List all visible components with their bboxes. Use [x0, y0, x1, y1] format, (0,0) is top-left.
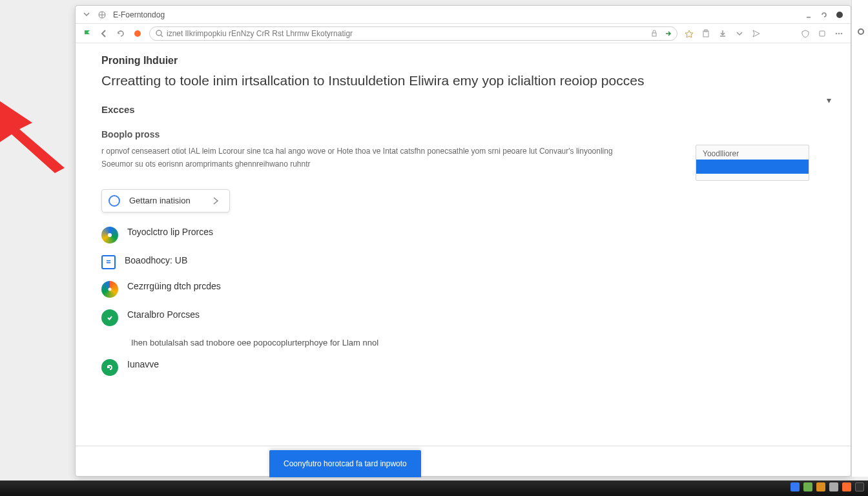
svg-point-3 — [836, 12, 843, 18]
step-label: Boaodhocy: UB — [125, 255, 187, 265]
extensions-icon[interactable] — [817, 28, 827, 39]
intro-paragraph: r opnvof censeasert otiot IAL leim Lcoro… — [101, 145, 631, 171]
content-divider — [76, 446, 851, 446]
step-label: Iunavve — [127, 359, 159, 369]
svg-point-12 — [838, 32, 840, 34]
back-icon[interactable] — [99, 28, 109, 39]
search-icon — [155, 29, 164, 38]
svg-rect-16 — [107, 262, 110, 264]
globe-icon — [98, 10, 107, 19]
section-heading: Excces — [101, 104, 825, 115]
shield-icon[interactable] — [800, 28, 811, 39]
svg-rect-2 — [807, 17, 811, 18]
tray-icon[interactable] — [829, 482, 838, 491]
svg-point-4 — [134, 30, 141, 37]
primary-action-label: Coonyfutro horotcad fa tard inpwoto — [284, 459, 407, 468]
target-icon — [101, 227, 118, 243]
step-item[interactable]: Cezrrgüing dtch prcdes — [101, 281, 825, 298]
tray-icon[interactable] — [816, 482, 825, 491]
page-title: Crreatting to toole inim irtsallcation t… — [101, 73, 825, 88]
right-panel — [851, 0, 868, 477]
chevron-down-icon[interactable] — [734, 28, 745, 39]
pill-label: Gettarn inatision — [129, 196, 191, 205]
browser-window: E-Foerntondog — [75, 5, 851, 477]
tray-icon[interactable] — [790, 482, 800, 491]
os-taskbar — [0, 480, 868, 496]
step-label: Cezrrgüing dtch prcdes — [127, 281, 221, 291]
download-icon[interactable] — [718, 28, 728, 39]
send-icon[interactable] — [751, 28, 761, 39]
step-item[interactable]: Iunavve — [101, 359, 825, 376]
breadcrumb: Proning Ihduier — [101, 55, 825, 67]
svg-point-11 — [836, 32, 838, 34]
step-label: Toyoclctro lip Prorces — [127, 227, 213, 237]
chevron-right-icon — [212, 197, 219, 205]
close-window-icon[interactable] — [835, 10, 844, 19]
svg-point-14 — [108, 233, 112, 237]
stop-icon[interactable] — [132, 28, 143, 39]
toolbar: iznet lIkrimpopkiu rEnNzy CrR Rst Lhrmw … — [76, 24, 851, 43]
svg-point-13 — [841, 32, 843, 34]
swirl-icon — [101, 281, 118, 298]
tab-bar: E-Foerntondog — [76, 6, 851, 24]
tray-icon[interactable] — [803, 482, 812, 491]
system-tray — [790, 482, 864, 491]
svg-rect-7 — [652, 33, 656, 36]
clipboard-icon[interactable] — [701, 28, 711, 39]
svg-line-6 — [161, 35, 163, 37]
step-item[interactable]: Toyoclctro lip Prorces — [101, 227, 825, 243]
pointer-arrow-annotation — [0, 97, 84, 174]
page-content: ▾ Proning Ihduier Crreatting to toole in… — [76, 43, 851, 476]
refresh-window-icon[interactable] — [820, 10, 829, 19]
reload-icon[interactable] — [116, 28, 126, 39]
document-icon — [101, 255, 116, 269]
tray-icon[interactable] — [855, 482, 864, 491]
menu-icon[interactable] — [834, 28, 844, 39]
step-label: Ctaralbro Porcses — [127, 309, 200, 320]
tab-label[interactable]: E-Foerntondog — [113, 10, 165, 19]
address-bar[interactable]: iznet lIkrimpopkiu rEnNzy CrR Rst Lhrmw … — [149, 26, 677, 41]
flag-icon[interactable] — [82, 28, 92, 39]
collapse-caret-icon[interactable]: ▾ — [827, 95, 831, 105]
address-text: iznet lIkrimpopkiu rEnNzy CrR Rst Lhrmw … — [167, 29, 353, 38]
step-item[interactable]: Boaodhocy: UB — [101, 255, 825, 269]
side-card-label: Yoodlliorer — [696, 145, 809, 160]
panel-indicator-icon — [858, 28, 864, 35]
svg-point-5 — [156, 30, 161, 36]
refresh-icon — [101, 359, 118, 376]
tray-icon[interactable] — [842, 482, 851, 491]
get-started-pill[interactable]: Gettarn inatision — [101, 189, 230, 212]
ring-icon — [108, 195, 120, 207]
steps-list: Toyoclctro lip Prorces Boaodhocy: UB Cez… — [101, 227, 825, 376]
minimize-icon[interactable] — [804, 10, 813, 19]
primary-action-button[interactable]: Coonyfutro horotcad fa tard inpwoto — [269, 450, 421, 477]
step-item[interactable]: Ctaralbro Porcses — [101, 309, 825, 326]
svg-rect-15 — [107, 260, 110, 262]
svg-rect-10 — [820, 31, 825, 36]
subheading: Booplo pross — [101, 129, 825, 140]
check-icon — [101, 309, 118, 326]
svg-marker-0 — [0, 97, 65, 173]
app-menu-icon[interactable] — [82, 10, 91, 19]
bookmark-icon[interactable] — [684, 28, 694, 39]
go-icon[interactable] — [664, 29, 673, 38]
side-card[interactable]: Yoodlliorer — [696, 145, 809, 181]
step-note: Ihen botulalsah sad tnobore oee popocopl… — [131, 338, 825, 347]
side-card-progress — [696, 160, 809, 174]
svg-point-17 — [108, 287, 112, 291]
lock-icon — [650, 29, 659, 38]
